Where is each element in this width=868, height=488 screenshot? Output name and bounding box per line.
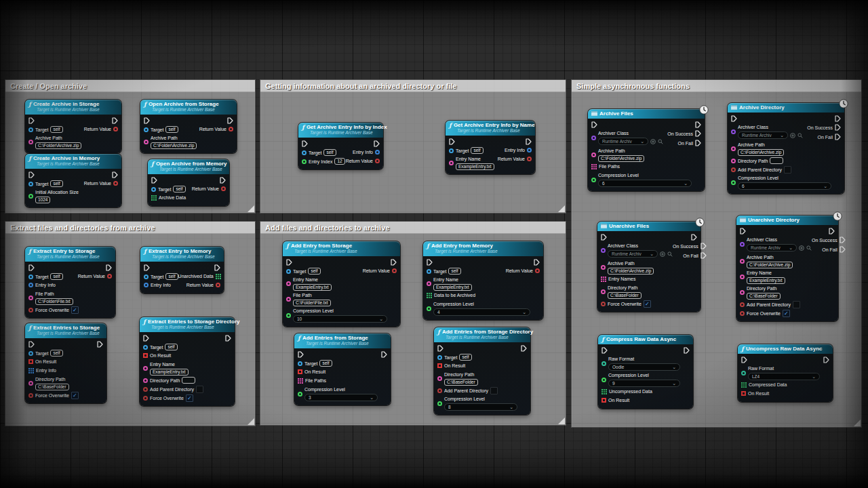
entry-names-pin[interactable]: Entry Names bbox=[601, 276, 635, 282]
node-archive-directory[interactable]: Archive DirectoryArchiver ClassRuntime A… bbox=[728, 103, 844, 194]
class-picker[interactable]: Runtime Archiv⌄ bbox=[738, 131, 803, 139]
browse-asset-icon[interactable] bbox=[667, 251, 673, 257]
checkbox[interactable]: ✓ bbox=[784, 166, 791, 174]
node-header[interactable]: ƒGet Archive Entry Info by IndexTarget i… bbox=[298, 123, 383, 138]
node-create-archive-in-storage[interactable]: ƒCreate Archive in StorageTarget is Runt… bbox=[25, 100, 121, 153]
node-header[interactable]: ƒExtract Entry to MemoryTarget is Runtim… bbox=[140, 247, 224, 262]
target-pin[interactable]: Targetself bbox=[427, 268, 461, 274]
on-result-pin[interactable]: On Result bbox=[143, 352, 171, 359]
initial-allocation-size-pin[interactable]: Initial Allocation Size1024 bbox=[28, 189, 79, 203]
target-pin[interactable]: Targetself bbox=[28, 180, 63, 187]
comment-resize-handle[interactable] bbox=[248, 418, 254, 425]
text-input[interactable]: C:\Folder\Archive.zip bbox=[598, 155, 644, 162]
text-input[interactable]: ExampleEntry.txt bbox=[433, 284, 472, 291]
exec-out-pin[interactable] bbox=[381, 351, 387, 358]
text-input[interactable] bbox=[182, 377, 195, 384]
target-pin[interactable]: Targetself bbox=[286, 268, 321, 274]
dropdown[interactable]: 3⌄ bbox=[304, 394, 378, 401]
exec-out-pin[interactable] bbox=[214, 264, 220, 271]
checkbox[interactable]: ✓ bbox=[783, 310, 790, 317]
text-input[interactable]: C:\Folder\File.txt bbox=[35, 298, 73, 305]
node-header[interactable]: ƒExtract Entries to Storage DirectoryTar… bbox=[140, 317, 235, 332]
entry-info-pin[interactable]: Entry Info bbox=[144, 282, 171, 288]
node-header[interactable]: ƒExtract Entries to StorageTarget is Run… bbox=[25, 323, 106, 338]
add-parent-directory-pin[interactable]: Add Parent Directory✓ bbox=[740, 301, 800, 308]
entry-name-pin[interactable]: Entry NameExampleEntry.txt bbox=[449, 156, 494, 170]
class-picker[interactable]: Runtime Archiv⌄ bbox=[747, 244, 812, 251]
entry-index-pin[interactable]: Entry Index12 bbox=[302, 158, 345, 165]
node-header[interactable]: ƒExtract Entry to StorageTarget is Runti… bbox=[25, 247, 115, 262]
target-pin[interactable]: Targetself bbox=[143, 344, 178, 350]
entry-info-pin[interactable]: Entry Info bbox=[28, 367, 56, 373]
force-overwrite-pin[interactable]: Force Overwrite✓ bbox=[740, 310, 790, 317]
checkbox[interactable]: ✓ bbox=[71, 306, 79, 314]
exec-in-pin[interactable] bbox=[437, 345, 443, 352]
checkbox[interactable]: ✓ bbox=[793, 301, 800, 308]
return-value-pin[interactable]: Return Value bbox=[84, 126, 118, 132]
text-input[interactable]: ExampleEntry.txt bbox=[456, 163, 494, 170]
target-pin[interactable]: Targetself bbox=[28, 350, 63, 357]
comment-resize-handle[interactable] bbox=[248, 205, 254, 212]
exec-out-pin[interactable] bbox=[97, 341, 103, 348]
node-extract-entries-to-storage[interactable]: ƒExtract Entries to StorageTarget is Run… bbox=[25, 323, 106, 403]
return-value-pin[interactable]: Return Value bbox=[78, 273, 112, 279]
on-fail-pin[interactable]: On Fail bbox=[683, 252, 707, 259]
dropdown[interactable]: 9⌄ bbox=[608, 380, 680, 387]
node-header[interactable]: ƒAdd Entries from StorageTarget is Runti… bbox=[294, 333, 391, 348]
node-unarchive-files[interactable]: Unarchive FilesArchiver ClassRuntime Arc… bbox=[597, 222, 701, 312]
dropdown[interactable]: 8⌄ bbox=[444, 403, 517, 411]
on-fail-pin[interactable]: On Fail bbox=[822, 246, 846, 253]
node-header[interactable]: ƒCompress Raw Data Async bbox=[598, 335, 693, 344]
entry-info-pin[interactable]: Entry Info bbox=[353, 149, 380, 155]
text-input[interactable]: ExampleEntry.txt bbox=[293, 284, 332, 291]
directory-path-pin[interactable]: Directory PathC:\BaseFolder bbox=[437, 371, 478, 386]
self-box[interactable]: self bbox=[448, 268, 460, 274]
node-unarchive-directory[interactable]: Unarchive DirectoryArchiver ClassRuntime… bbox=[736, 216, 838, 321]
archiver-class-pin[interactable]: Archiver ClassRuntime Archiv⌄ bbox=[591, 130, 663, 145]
node-header[interactable]: ƒCreate Archive in MemoryTarget is Runti… bbox=[25, 154, 121, 169]
unarchived-data-pin[interactable]: Unarchived Data bbox=[178, 273, 221, 279]
exec-in-pin[interactable] bbox=[286, 259, 292, 266]
node-extract-entries-to-storage-directory[interactable]: ƒExtract Entries to Storage DirectoryTar… bbox=[140, 317, 235, 406]
exec-in-pin[interactable] bbox=[151, 177, 157, 184]
class-dropdown[interactable]: Runtime Archiv⌄ bbox=[598, 138, 648, 145]
self-box[interactable]: self bbox=[50, 273, 62, 280]
node-extract-entry-to-memory[interactable]: ƒExtract Entry to MemoryTarget is Runtim… bbox=[140, 247, 224, 293]
target-pin[interactable]: Targetself bbox=[437, 354, 472, 361]
return-value-pin[interactable]: Return Value bbox=[363, 268, 397, 274]
node-compress-raw-data-async[interactable]: ƒCompress Raw Data AsyncRaw FormatOodle⌄… bbox=[598, 335, 693, 409]
on-success-pin[interactable]: On Success bbox=[812, 237, 846, 243]
text-input[interactable]: C:\Folder\File.txt bbox=[293, 300, 331, 306]
exec-in-pin[interactable] bbox=[740, 228, 746, 235]
exec-out-pin[interactable] bbox=[391, 259, 397, 266]
text-input[interactable]: C:\BaseFolder bbox=[35, 384, 69, 390]
exec-out-pin[interactable] bbox=[684, 347, 690, 354]
target-pin[interactable]: Targetself bbox=[28, 126, 63, 133]
on-result-pin[interactable]: On Result bbox=[28, 359, 56, 365]
exec-in-pin[interactable] bbox=[302, 140, 308, 147]
self-box[interactable]: self bbox=[165, 344, 177, 350]
compression-level-pin[interactable]: Compression Level3⌄ bbox=[298, 386, 378, 401]
node-header[interactable]: Archive Directory bbox=[728, 103, 844, 113]
use-asset-icon[interactable] bbox=[650, 139, 656, 144]
exec-out-pin[interactable] bbox=[835, 115, 841, 122]
checkbox[interactable]: ✓ bbox=[644, 300, 651, 308]
comment-title[interactable]: Getting information about an archived di… bbox=[260, 80, 566, 92]
data-to-be-archived-pin[interactable]: Data to be Archived bbox=[427, 292, 475, 298]
exec-out-pin[interactable] bbox=[220, 177, 226, 184]
return-value-pin[interactable]: Return Value bbox=[498, 156, 532, 162]
add-parent-directory-pin[interactable]: Add Parent Directory✓ bbox=[437, 387, 498, 394]
on-fail-pin[interactable]: On Fail bbox=[677, 140, 701, 146]
directory-path-pin[interactable]: Directory PathC:\BaseFolder bbox=[601, 285, 642, 299]
node-create-archive-in-memory[interactable]: ƒCreate Archive in MemoryTarget is Runti… bbox=[25, 154, 121, 207]
comment-title[interactable]: Create / Open archive bbox=[5, 80, 255, 92]
exec-out-pin[interactable] bbox=[691, 234, 697, 241]
browse-asset-icon[interactable] bbox=[806, 245, 812, 251]
exec-out-pin[interactable] bbox=[227, 117, 233, 124]
node-header[interactable]: ƒUncompress Raw Data Async bbox=[738, 344, 833, 354]
exec-out-pin[interactable] bbox=[526, 138, 532, 145]
node-extract-entry-to-storage[interactable]: ƒExtract Entry to StorageTarget is Runti… bbox=[25, 247, 115, 318]
exec-in-pin[interactable] bbox=[144, 117, 150, 124]
self-box[interactable]: self bbox=[165, 126, 178, 133]
exec-out-pin[interactable] bbox=[695, 121, 701, 128]
